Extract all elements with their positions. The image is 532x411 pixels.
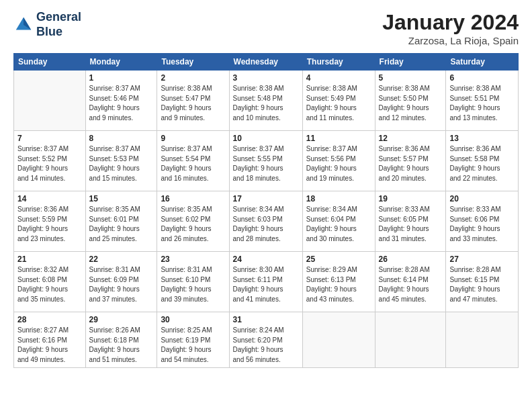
header-cell-saturday: Saturday — [446, 54, 519, 71]
day-cell: 31Sunrise: 8:24 AM Sunset: 6:20 PM Dayli… — [229, 312, 302, 368]
day-cell: 27Sunrise: 8:28 AM Sunset: 6:15 PM Dayli… — [446, 252, 519, 312]
day-cell: 2Sunrise: 8:38 AM Sunset: 5:47 PM Daylig… — [157, 71, 229, 131]
day-number: 11 — [306, 134, 371, 143]
day-info: Sunrise: 8:34 AM Sunset: 6:03 PM Dayligh… — [233, 205, 299, 244]
logo-line1: General — [36, 10, 81, 25]
day-number: 12 — [379, 134, 443, 143]
week-row-4: 28Sunrise: 8:27 AM Sunset: 6:16 PM Dayli… — [14, 312, 519, 368]
day-info: Sunrise: 8:37 AM Sunset: 5:54 PM Dayligh… — [161, 144, 225, 183]
header-cell-wednesday: Wednesday — [229, 54, 302, 71]
day-info: Sunrise: 8:36 AM Sunset: 5:59 PM Dayligh… — [17, 205, 82, 244]
day-number: 4 — [306, 73, 371, 83]
day-cell: 8Sunrise: 8:37 AM Sunset: 5:53 PM Daylig… — [85, 131, 157, 191]
day-number: 28 — [17, 315, 82, 324]
day-info: Sunrise: 8:38 AM Sunset: 5:51 PM Dayligh… — [449, 84, 515, 123]
calendar-body: 1Sunrise: 8:37 AM Sunset: 5:46 PM Daylig… — [14, 71, 519, 368]
day-number: 29 — [89, 315, 154, 324]
day-info: Sunrise: 8:36 AM Sunset: 5:57 PM Dayligh… — [379, 144, 443, 183]
day-number: 3 — [233, 73, 299, 83]
header-cell-sunday: Sunday — [14, 54, 86, 71]
day-cell: 30Sunrise: 8:25 AM Sunset: 6:19 PM Dayli… — [157, 312, 229, 368]
calendar: SundayMondayTuesdayWednesdayThursdayFrid… — [13, 53, 519, 368]
day-number: 24 — [233, 255, 299, 264]
day-info: Sunrise: 8:33 AM Sunset: 6:06 PM Dayligh… — [449, 205, 515, 244]
title-block: January 2024 Zarzosa, La Rioja, Spain — [382, 10, 519, 46]
day-cell: 28Sunrise: 8:27 AM Sunset: 6:16 PM Dayli… — [14, 312, 86, 368]
day-info: Sunrise: 8:30 AM Sunset: 6:11 PM Dayligh… — [233, 265, 299, 304]
day-number: 25 — [306, 255, 371, 264]
day-cell: 18Sunrise: 8:34 AM Sunset: 6:04 PM Dayli… — [302, 191, 375, 252]
day-info: Sunrise: 8:38 AM Sunset: 5:48 PM Dayligh… — [233, 84, 299, 123]
day-number: 30 — [161, 315, 225, 324]
day-cell: 13Sunrise: 8:36 AM Sunset: 5:58 PM Dayli… — [446, 131, 519, 191]
day-info: Sunrise: 8:24 AM Sunset: 6:20 PM Dayligh… — [233, 326, 299, 365]
week-row-1: 7Sunrise: 8:37 AM Sunset: 5:52 PM Daylig… — [14, 131, 519, 191]
day-cell: 21Sunrise: 8:32 AM Sunset: 6:08 PM Dayli… — [14, 252, 86, 312]
day-cell: 14Sunrise: 8:36 AM Sunset: 5:59 PM Dayli… — [14, 191, 86, 252]
day-number: 17 — [233, 194, 299, 203]
day-info: Sunrise: 8:25 AM Sunset: 6:19 PM Dayligh… — [161, 326, 225, 365]
day-number: 6 — [449, 73, 515, 83]
day-number: 15 — [89, 194, 154, 203]
day-number: 16 — [161, 194, 225, 203]
day-cell: 6Sunrise: 8:38 AM Sunset: 5:51 PM Daylig… — [446, 71, 519, 131]
calendar-header: SundayMondayTuesdayWednesdayThursdayFrid… — [14, 54, 519, 71]
day-cell: 20Sunrise: 8:33 AM Sunset: 6:06 PM Dayli… — [446, 191, 519, 252]
day-cell: 19Sunrise: 8:33 AM Sunset: 6:05 PM Dayli… — [375, 191, 446, 252]
day-cell: 25Sunrise: 8:29 AM Sunset: 6:13 PM Dayli… — [302, 252, 375, 312]
day-number: 27 — [449, 255, 515, 264]
day-number: 18 — [306, 194, 371, 203]
header-cell-friday: Friday — [375, 54, 446, 71]
day-info: Sunrise: 8:37 AM Sunset: 5:46 PM Dayligh… — [89, 84, 154, 123]
day-cell: 24Sunrise: 8:30 AM Sunset: 6:11 PM Dayli… — [229, 252, 302, 312]
day-info: Sunrise: 8:27 AM Sunset: 6:16 PM Dayligh… — [17, 326, 82, 365]
day-info: Sunrise: 8:34 AM Sunset: 6:04 PM Dayligh… — [306, 205, 371, 244]
day-number: 31 — [233, 315, 299, 324]
day-cell — [14, 71, 86, 131]
day-cell: 29Sunrise: 8:26 AM Sunset: 6:18 PM Dayli… — [85, 312, 157, 368]
day-info: Sunrise: 8:31 AM Sunset: 6:09 PM Dayligh… — [89, 265, 154, 304]
day-number: 23 — [161, 255, 225, 264]
day-cell: 9Sunrise: 8:37 AM Sunset: 5:54 PM Daylig… — [157, 131, 229, 191]
day-info: Sunrise: 8:37 AM Sunset: 5:52 PM Dayligh… — [17, 144, 82, 183]
day-number: 5 — [379, 73, 443, 83]
day-cell: 16Sunrise: 8:35 AM Sunset: 6:02 PM Dayli… — [157, 191, 229, 252]
day-info: Sunrise: 8:33 AM Sunset: 6:05 PM Dayligh… — [379, 205, 443, 244]
day-number: 26 — [379, 255, 443, 264]
day-number: 7 — [17, 134, 82, 143]
day-cell: 5Sunrise: 8:38 AM Sunset: 5:50 PM Daylig… — [375, 71, 446, 131]
day-cell: 15Sunrise: 8:35 AM Sunset: 6:01 PM Dayli… — [85, 191, 157, 252]
day-cell: 12Sunrise: 8:36 AM Sunset: 5:57 PM Dayli… — [375, 131, 446, 191]
day-info: Sunrise: 8:37 AM Sunset: 5:56 PM Dayligh… — [306, 144, 371, 183]
day-number: 22 — [89, 255, 154, 264]
week-row-2: 14Sunrise: 8:36 AM Sunset: 5:59 PM Dayli… — [14, 191, 519, 252]
day-cell — [375, 312, 446, 368]
day-cell: 4Sunrise: 8:38 AM Sunset: 5:49 PM Daylig… — [302, 71, 375, 131]
day-info: Sunrise: 8:37 AM Sunset: 5:53 PM Dayligh… — [89, 144, 154, 183]
day-info: Sunrise: 8:37 AM Sunset: 5:55 PM Dayligh… — [233, 144, 299, 183]
header-cell-monday: Monday — [85, 54, 157, 71]
logo-line2: Blue — [36, 25, 81, 40]
day-info: Sunrise: 8:28 AM Sunset: 6:15 PM Dayligh… — [449, 265, 515, 304]
header-cell-tuesday: Tuesday — [157, 54, 229, 71]
day-cell: 1Sunrise: 8:37 AM Sunset: 5:46 PM Daylig… — [85, 71, 157, 131]
logo-icon — [13, 15, 34, 35]
day-number: 8 — [89, 134, 154, 143]
logo: General Blue — [13, 10, 81, 39]
day-number: 1 — [89, 73, 154, 83]
day-cell: 17Sunrise: 8:34 AM Sunset: 6:03 PM Dayli… — [229, 191, 302, 252]
header-cell-thursday: Thursday — [302, 54, 375, 71]
day-info: Sunrise: 8:28 AM Sunset: 6:14 PM Dayligh… — [379, 265, 443, 304]
day-cell — [446, 312, 519, 368]
day-number: 10 — [233, 134, 299, 143]
day-number: 20 — [449, 194, 515, 203]
day-info: Sunrise: 8:38 AM Sunset: 5:49 PM Dayligh… — [306, 84, 371, 123]
day-cell: 7Sunrise: 8:37 AM Sunset: 5:52 PM Daylig… — [14, 131, 86, 191]
day-info: Sunrise: 8:32 AM Sunset: 6:08 PM Dayligh… — [17, 265, 82, 304]
day-info: Sunrise: 8:38 AM Sunset: 5:50 PM Dayligh… — [379, 84, 443, 123]
month-title: January 2024 — [382, 10, 519, 35]
day-info: Sunrise: 8:26 AM Sunset: 6:18 PM Dayligh… — [89, 326, 154, 365]
day-info: Sunrise: 8:36 AM Sunset: 5:58 PM Dayligh… — [449, 144, 515, 183]
day-info: Sunrise: 8:38 AM Sunset: 5:47 PM Dayligh… — [161, 84, 225, 123]
header: General Blue January 2024 Zarzosa, La Ri… — [13, 10, 519, 46]
